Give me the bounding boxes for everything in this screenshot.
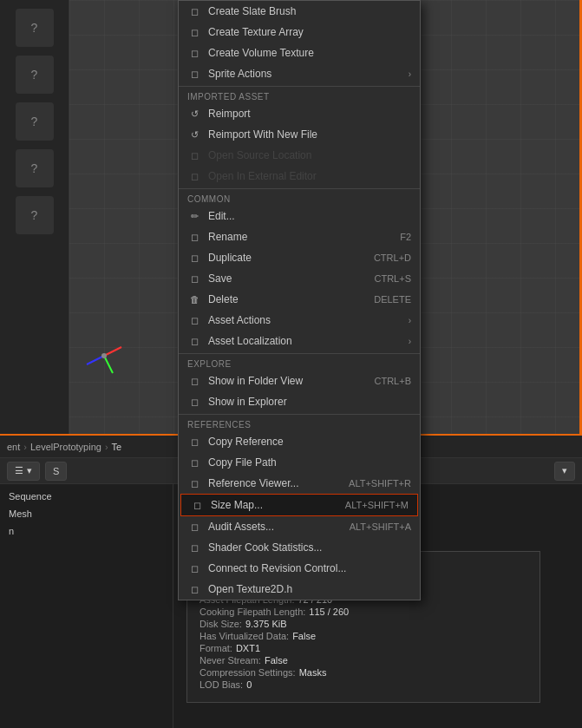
asset-localization-arrow: ›	[409, 337, 411, 346]
asset-info-disksize-row: Disk Size: 9.375 KiB	[199, 619, 527, 629]
filter-icon-down: ▾	[27, 465, 32, 476]
duplicate-icon: ◻	[187, 251, 201, 265]
asset-info-lodbias-val: 0	[246, 679, 252, 690]
shader-cook-icon: ◻	[187, 541, 201, 554]
asset-list-item-mesh[interactable]: Mesh	[3, 505, 169, 522]
menu-item-asset-localization[interactable]: ◻ Asset Localization ›	[179, 331, 420, 351]
dropdown-icon: ▾	[562, 465, 567, 476]
menu-item-connect-revision[interactable]: ◻ Connect to Revision Control...	[179, 558, 420, 579]
menu-item-create-texture-array[interactable]: ◻ Create Texture Array	[179, 22, 420, 43]
divider-imported	[179, 86, 420, 87]
question-icon-4: ?	[31, 161, 38, 175]
save-shortcut: CTRL+S	[375, 273, 412, 284]
menu-item-create-volume-texture[interactable]: ◻ Create Volume Texture	[179, 43, 420, 63]
asset-list: Sequence Mesh n	[0, 484, 173, 728]
divider-references	[179, 414, 420, 415]
question-icon-1: ?	[31, 21, 38, 35]
sidebar-btn-1[interactable]: ?	[16, 9, 54, 47]
edit-icon: ✏	[187, 209, 201, 223]
asset-localization-icon: ◻	[187, 334, 201, 348]
menu-item-audit-assets[interactable]: ◻ Audit Assets... ALT+SHIFT+A	[179, 516, 420, 537]
question-icon-3: ?	[31, 115, 38, 128]
reference-viewer-icon: ◻	[187, 476, 201, 490]
filter-button[interactable]: ☰ ▾	[7, 462, 40, 481]
menu-item-show-explorer[interactable]: ◻ Show in Explorer	[179, 391, 420, 412]
connect-revision-icon: ◻	[187, 561, 201, 575]
svg-line-1	[104, 356, 113, 373]
viewport-gizmo	[78, 330, 130, 382]
menu-item-rename[interactable]: ◻ Rename F2	[179, 226, 420, 247]
asset-info-format-val: DXT1	[236, 643, 260, 653]
audit-assets-icon: ◻	[187, 520, 201, 534]
filter-icon: ☰	[15, 465, 23, 476]
menu-item-open-texture2d-h[interactable]: ◻ Open Texture2D.h	[179, 579, 420, 600]
create-slate-brush-icon: ◻	[187, 4, 201, 18]
asset-info-virtualized-row: Has Virtualized Data: False	[199, 631, 527, 641]
view-dropdown[interactable]: ▾	[554, 462, 575, 481]
asset-info-compression-val: Masks	[299, 667, 327, 678]
divider-common	[179, 188, 420, 189]
asset-actions-icon: ◻	[187, 313, 201, 327]
menu-item-create-slate-brush[interactable]: ◻ Create Slate Brush	[179, 1, 420, 22]
asset-info-neverstream-key: Never Stream:	[199, 655, 261, 666]
menu-item-save[interactable]: ◻ Save CTRL+S	[179, 268, 420, 289]
menu-item-duplicate[interactable]: ◻ Duplicate CTRL+D	[179, 247, 420, 268]
breadcrumb-item-2[interactable]: LevelPrototyping	[30, 442, 101, 452]
sidebar-btn-3[interactable]: ?	[16, 102, 54, 141]
delete-icon: 🗑	[187, 292, 201, 306]
asset-info-lodbias-key: LOD Bias:	[199, 679, 243, 690]
breadcrumb-item-3[interactable]: Te	[112, 442, 122, 452]
show-folder-shortcut: CTRL+B	[375, 376, 412, 386]
menu-item-edit[interactable]: ✏ Edit...	[179, 206, 420, 226]
save-icon: ◻	[187, 272, 201, 285]
asset-info-virtualized-val: False	[292, 631, 316, 641]
asset-info-disksize-key: Disk Size:	[199, 619, 242, 629]
reimport-new-file-icon: ↺	[187, 128, 201, 141]
asset-info-neverstream-val: False	[265, 655, 288, 666]
breadcrumb-sep-2: ›	[105, 442, 108, 452]
references-label: REFERENCES	[179, 416, 420, 431]
asset-info-compression-key: Compression Settings:	[199, 667, 296, 678]
sidebar-btn-4[interactable]: ?	[16, 149, 54, 187]
delete-shortcut: DELETE	[374, 294, 411, 305]
copy-reference-icon: ◻	[187, 435, 201, 449]
create-volume-texture-icon: ◻	[187, 46, 201, 60]
asset-info-lodbias-row: LOD Bias: 0	[199, 679, 527, 690]
search-icon: S	[53, 466, 59, 476]
question-icon-2: ?	[31, 68, 38, 82]
svg-point-3	[101, 353, 107, 358]
menu-item-copy-reference[interactable]: ◻ Copy Reference	[179, 431, 420, 452]
svg-line-2	[87, 356, 104, 364]
open-external-editor-icon: ◻	[187, 169, 201, 183]
sidebar-btn-5[interactable]: ?	[16, 196, 54, 234]
menu-item-reference-viewer[interactable]: ◻ Reference Viewer... ALT+SHIFT+R	[179, 473, 420, 494]
asset-list-item-sequence[interactable]: Sequence	[3, 488, 169, 505]
sprite-actions-icon: ◻	[187, 67, 201, 81]
breadcrumb-sep-1: ›	[23, 442, 27, 452]
question-icon-5: ?	[31, 208, 38, 222]
left-sidebar: ? ? ? ? ?	[0, 0, 69, 434]
asset-info-virtualized-key: Has Virtualized Data:	[199, 631, 289, 641]
asset-info-cooking-val: 115 / 260	[309, 607, 349, 617]
asset-list-item-n[interactable]: n	[3, 522, 169, 540]
search-button[interactable]: S	[45, 462, 67, 481]
sidebar-btn-2[interactable]: ?	[16, 56, 54, 94]
menu-item-sprite-actions[interactable]: ◻ Sprite Actions ›	[179, 63, 420, 84]
common-label: COMMON	[179, 191, 420, 206]
menu-item-delete[interactable]: 🗑 Delete DELETE	[179, 289, 420, 310]
asset-info-cooking-row: Cooking Filepath Length: 115 / 260	[199, 607, 527, 617]
breadcrumb-item-1[interactable]: ent	[7, 442, 20, 452]
imported-asset-label: IMPORTED ASSET	[179, 89, 420, 103]
menu-item-copy-file-path[interactable]: ◻ Copy File Path	[179, 452, 420, 473]
asset-info-format-row: Format: DXT1	[199, 643, 527, 653]
menu-item-asset-actions[interactable]: ◻ Asset Actions ›	[179, 310, 420, 331]
menu-item-reimport-new-file[interactable]: ↺ Reimport With New File	[179, 124, 420, 145]
divider-explore	[179, 353, 420, 354]
menu-item-show-folder-view[interactable]: ◻ Show in Folder View CTRL+B	[179, 371, 420, 391]
size-map-icon: ◻	[190, 498, 204, 512]
menu-item-shader-cook[interactable]: ◻ Shader Cook Statistics...	[179, 537, 420, 558]
menu-item-size-map[interactable]: ◻ Size Map... ALT+SHIFT+M	[180, 494, 418, 516]
open-source-location-icon: ◻	[187, 148, 201, 162]
svg-line-0	[104, 347, 121, 356]
menu-item-reimport[interactable]: ↺ Reimport	[179, 103, 420, 124]
